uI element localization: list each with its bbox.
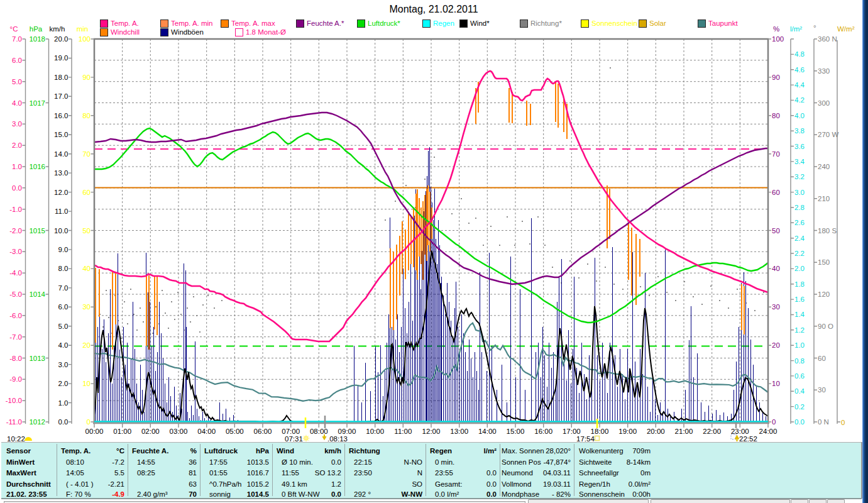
svg-text:20: 20 [82, 341, 91, 349]
svg-text:2.2: 2.2 [794, 250, 805, 257]
svg-text:1.8: 1.8 [794, 280, 805, 288]
svg-text:100: 100 [79, 35, 91, 43]
svg-text:4.0: 4.0 [12, 99, 22, 107]
svg-text:-5.0: -5.0 [9, 290, 22, 298]
svg-text:15:00: 15:00 [507, 428, 525, 435]
svg-text:0.0: 0.0 [58, 418, 69, 426]
svg-text:07:00: 07:00 [282, 428, 300, 435]
svg-text:W/m²: W/m² [837, 25, 855, 33]
svg-text:2.4: 2.4 [794, 235, 805, 242]
svg-text:300: 300 [818, 99, 830, 107]
svg-text:6.0: 6.0 [12, 57, 22, 64]
svg-text:8.0: 8.0 [58, 265, 69, 272]
svg-text:20:00: 20:00 [647, 428, 665, 435]
svg-text:02:00: 02:00 [141, 428, 160, 435]
svg-text:3.4: 3.4 [794, 158, 805, 165]
svg-text:14:00: 14:00 [478, 428, 497, 435]
svg-text:50: 50 [772, 227, 780, 235]
svg-text:17.0: 17.0 [54, 92, 68, 100]
svg-text:2.0: 2.0 [794, 265, 805, 272]
svg-text:10: 10 [82, 380, 91, 387]
svg-text:1.0: 1.0 [12, 163, 22, 170]
svg-text:1.0: 1.0 [58, 399, 69, 407]
svg-text:0.4: 0.4 [794, 387, 805, 395]
svg-text:60: 60 [82, 189, 91, 196]
svg-text:-11.0: -11.0 [6, 418, 22, 426]
svg-text:-7.0: -7.0 [9, 333, 22, 341]
svg-text:16.0: 16.0 [54, 112, 68, 119]
svg-text:0: 0 [772, 418, 776, 426]
svg-text:9.0: 9.0 [58, 246, 69, 253]
svg-text:90: 90 [82, 74, 91, 81]
svg-text:80: 80 [82, 112, 91, 119]
svg-text:330: 330 [818, 67, 830, 75]
svg-text:1013: 1013 [29, 355, 45, 362]
svg-text:19:00: 19:00 [618, 428, 637, 435]
svg-text:17:00: 17:00 [563, 428, 581, 435]
svg-text:11.0: 11.0 [55, 207, 69, 215]
svg-text:0: 0 [87, 418, 91, 426]
svg-text:7.0: 7.0 [12, 35, 22, 43]
svg-text:-4.0: -4.0 [9, 269, 22, 277]
svg-text:3.2: 3.2 [794, 173, 805, 180]
svg-text:05:00: 05:00 [226, 428, 244, 435]
svg-text:5.0: 5.0 [12, 78, 22, 86]
svg-text:90: 90 [772, 74, 780, 81]
svg-text:-10.0: -10.0 [6, 397, 22, 404]
svg-text:1.4: 1.4 [794, 311, 805, 318]
svg-text:16:00: 16:00 [534, 428, 552, 435]
svg-text:3.0: 3.0 [58, 361, 69, 368]
svg-text:10.0: 10.0 [54, 227, 68, 235]
svg-text:240: 240 [818, 163, 830, 170]
svg-text:1.2: 1.2 [794, 326, 805, 334]
svg-text:2.0: 2.0 [58, 380, 69, 387]
svg-text:09:00: 09:00 [338, 428, 356, 435]
svg-text:4.8: 4.8 [794, 50, 805, 58]
svg-text:40: 40 [772, 265, 780, 272]
svg-text:1012: 1012 [29, 418, 45, 426]
svg-text:4.4: 4.4 [794, 81, 805, 89]
svg-text:30: 30 [772, 303, 780, 311]
svg-text:0.0: 0.0 [794, 418, 805, 426]
svg-text:1017: 1017 [29, 99, 45, 107]
svg-text:10: 10 [772, 380, 780, 387]
svg-text:13.0: 13.0 [54, 169, 68, 177]
svg-text:0.8: 0.8 [794, 357, 805, 365]
svg-text:-3.0: -3.0 [9, 248, 22, 255]
svg-text:90 O: 90 O [818, 323, 833, 330]
svg-text:60: 60 [818, 355, 826, 362]
svg-text:03:00: 03:00 [170, 428, 188, 435]
svg-text:hPa: hPa [30, 25, 43, 33]
svg-text:08:00: 08:00 [310, 428, 328, 435]
svg-text:3.0: 3.0 [794, 189, 805, 196]
svg-text:80: 80 [772, 112, 780, 119]
svg-text:13:00: 13:00 [450, 428, 468, 435]
svg-text:3.0: 3.0 [12, 120, 22, 128]
svg-text:3.6: 3.6 [794, 143, 805, 150]
svg-text:12.0: 12.0 [54, 189, 68, 196]
svg-text:04:00: 04:00 [197, 428, 216, 435]
svg-text:12:00: 12:00 [422, 428, 441, 435]
svg-text:3.8: 3.8 [794, 127, 805, 135]
svg-text:2.8: 2.8 [794, 204, 805, 211]
svg-text:0.2: 0.2 [794, 403, 805, 411]
svg-text:l/m²: l/m² [790, 25, 802, 33]
svg-text:1015: 1015 [29, 227, 45, 235]
svg-text:-9.0: -9.0 [9, 375, 22, 383]
svg-text:1.6: 1.6 [794, 296, 805, 303]
svg-text:22:00: 22:00 [703, 428, 721, 435]
svg-text:1018: 1018 [29, 35, 45, 43]
svg-text:30: 30 [82, 303, 91, 311]
svg-text:120: 120 [818, 290, 830, 298]
svg-text:-8.0: -8.0 [9, 355, 22, 362]
svg-text:%: % [773, 25, 779, 33]
svg-text:180 S: 180 S [818, 227, 837, 235]
svg-text:-1.0: -1.0 [9, 206, 22, 213]
svg-text:18:00: 18:00 [591, 428, 609, 435]
svg-text:0 N: 0 N [818, 418, 829, 426]
svg-text:20.0: 20.0 [54, 35, 68, 43]
svg-text:210: 210 [818, 195, 830, 202]
svg-text:2.0: 2.0 [12, 141, 22, 149]
svg-text:4.6: 4.6 [794, 66, 805, 74]
svg-text:14.0: 14.0 [54, 150, 68, 158]
